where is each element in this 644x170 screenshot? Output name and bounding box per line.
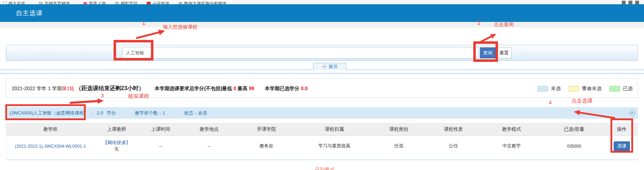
expand-filters-tab[interactable]: 展开 bbox=[313, 63, 346, 70]
selected-credit: 0.0 bbox=[301, 86, 308, 91]
bookmark-item[interactable]: 天猫首页精选… bbox=[39, 1, 74, 4]
page-icon bbox=[3, 2, 7, 4]
expand-label: 展开 bbox=[329, 64, 338, 70]
bookmark-label: 小说阅读 bbox=[152, 1, 169, 4]
class-mode: 中文教学 bbox=[481, 135, 542, 157]
bookmark-label: 移九化监… bbox=[8, 1, 30, 4]
reset-button[interactable]: 重置 bbox=[496, 47, 512, 58]
col-teacher: 上课教师 bbox=[95, 123, 139, 135]
page-title: 自主选课 bbox=[16, 9, 43, 17]
col-capacity: 已选/容量 bbox=[542, 123, 606, 135]
class-capacity: 0/5000 bbox=[542, 135, 606, 157]
round-text: 第1轮 bbox=[62, 86, 74, 91]
credit-requirement-text: 本学期选课要求总学分(不包括)最低 bbox=[155, 86, 232, 91]
bookmark-item[interactable]: 精彩节目 bbox=[115, 1, 138, 4]
arrow-to-course bbox=[70, 99, 104, 104]
col-nature: 课程性质 bbox=[426, 123, 481, 135]
course-status: 状态：未选 bbox=[184, 110, 207, 116]
class-belong: 学习与素质提高 bbox=[297, 135, 371, 157]
max-label: 最高 bbox=[238, 86, 248, 91]
col-class: 教学班 bbox=[6, 123, 95, 135]
course-credits-unit: 学分 bbox=[107, 110, 116, 116]
selected-swatch bbox=[609, 86, 620, 92]
class-count: 教学班个数：1 bbox=[135, 110, 165, 116]
col-mode: 教学模式 bbox=[481, 123, 542, 135]
step1-label: 输入想选修课程 bbox=[163, 24, 198, 30]
max-credit: 99 bbox=[249, 86, 255, 91]
folder-icon bbox=[115, 2, 119, 4]
legend-item-selected: 已选 bbox=[609, 86, 633, 92]
retake-swatch bbox=[569, 86, 579, 92]
header-divider bbox=[0, 22, 644, 28]
bookmark-label: 新手上路 bbox=[89, 1, 106, 4]
redsq-icon bbox=[147, 2, 151, 4]
bookmark-label: 精彩节目 bbox=[121, 1, 138, 4]
bookmark-item[interactable]: 移九化监… bbox=[3, 1, 30, 4]
col-place: 教学地点 bbox=[183, 123, 236, 135]
table-row: (2021-2022-1)-JWCX004-WL0001-1 【网络授课】 无 … bbox=[6, 135, 638, 157]
col-time: 上课时间 bbox=[139, 123, 183, 135]
pick-course-button[interactable]: 选课 bbox=[614, 141, 630, 151]
table-header-row: 教学班 上课教师 上课时间 教学地点 开课学院 课程归属 课程类别 课程性质 教… bbox=[6, 123, 638, 135]
col-category: 课程类别 bbox=[371, 123, 426, 135]
course-search-input[interactable] bbox=[122, 47, 479, 59]
step1-number: 1 bbox=[142, 20, 145, 26]
legend-item-retake: 重修未选 bbox=[569, 86, 602, 92]
course-dash: - bbox=[92, 110, 93, 116]
class-table: 教学班 上课教师 上课时间 教学地点 开课学院 课程归属 课程类别 课程性质 教… bbox=[6, 123, 638, 157]
class-code-link[interactable]: (2021-2022-1)-JWCX004-WL0001-1 bbox=[15, 144, 86, 149]
class-college: 教务处 bbox=[236, 135, 297, 157]
bookmark-item[interactable]: 新手上路 bbox=[83, 1, 106, 4]
browser-toolbar-icons[interactable] bbox=[622, 1, 639, 4]
query-button[interactable]: 查询 bbox=[480, 47, 496, 58]
class-time: -- bbox=[139, 135, 183, 157]
dot-icon bbox=[83, 2, 87, 4]
class-category: 任选 bbox=[371, 135, 426, 157]
semester-info-text: 2021-2022 学年 1 学期第1轮 （距选课结束还剩23小时） 本学期选课… bbox=[12, 85, 308, 92]
arrow-to-query bbox=[480, 34, 496, 42]
class-nature: 公任 bbox=[426, 135, 481, 157]
step2-number: 2 bbox=[478, 20, 481, 26]
step3-number: 3 bbox=[101, 92, 104, 98]
bookmark-item[interactable]: 小说阅读 bbox=[147, 1, 169, 4]
teaching-mode-tag: 【网络授课】 bbox=[95, 140, 139, 146]
chevron-down-icon bbox=[322, 64, 327, 69]
bookmark-label: 天猫首页精选… bbox=[44, 1, 74, 4]
toolbar-icon bbox=[635, 1, 639, 4]
col-college: 开课学院 bbox=[236, 123, 297, 135]
teacher-name: 无 bbox=[95, 146, 139, 152]
toolbar-icon bbox=[628, 1, 632, 4]
step2-label: 点击查询 bbox=[494, 22, 514, 28]
section-divider bbox=[0, 73, 644, 74]
bookmark-label: 数据大屏监测分析精选… bbox=[184, 1, 231, 4]
course-credits: 2.0 bbox=[97, 110, 103, 116]
arrow-to-input bbox=[136, 30, 165, 38]
chevron-up-icon[interactable] bbox=[629, 110, 635, 116]
step4-label: 点击选课 bbox=[571, 98, 593, 104]
course-selection-page: 移九化监… 天猫首页精选… 新手上路 精彩节目 小说阅读 数据大屏监测分析精选…… bbox=[0, 0, 644, 170]
legend-item-unselected: 未选 bbox=[537, 86, 561, 92]
globe-icon bbox=[178, 2, 182, 4]
folder-icon bbox=[39, 2, 43, 4]
end-of-list-text: 已到最后 bbox=[315, 167, 335, 170]
step3-label: 核实课程 bbox=[128, 93, 149, 100]
course-title: (JWCX004)人工智能（超星网络课程） bbox=[10, 110, 88, 116]
class-table-container: 教学班 上课教师 上课时间 教学地点 开课学院 课程归属 课程类别 课程性质 教… bbox=[6, 123, 638, 160]
selected-credit-label: 本学期已选学分 bbox=[265, 86, 299, 91]
status-legend: 未选 重修未选 已选 bbox=[537, 86, 633, 92]
course-group-bar[interactable]: (JWCX004)人工智能（超星网络课程） - 2.0 学分 教学班个数：1 状… bbox=[6, 107, 638, 119]
col-belong: 课程归属 bbox=[297, 123, 371, 135]
page-header: 自主选课 bbox=[0, 4, 644, 22]
browser-bookmarks-bar: 移九化监… 天猫首页精选… 新手上路 精彩节目 小说阅读 数据大屏监测分析精选… bbox=[0, 0, 644, 4]
class-place: -- bbox=[183, 135, 236, 157]
printer-icon bbox=[622, 1, 626, 4]
bookmark-item[interactable]: 数据大屏监测分析精选… bbox=[178, 1, 231, 4]
search-panel: 查询 重置 bbox=[6, 45, 638, 61]
term-text: 2021-2022 学年 1 学期 bbox=[12, 86, 62, 91]
step4-number: 4 bbox=[549, 99, 552, 105]
min-credit: 0 bbox=[233, 86, 236, 91]
countdown-text: （距选课结束还剩23小时） bbox=[76, 85, 144, 91]
col-action: 操作 bbox=[606, 123, 638, 135]
unselected-swatch bbox=[537, 86, 548, 92]
